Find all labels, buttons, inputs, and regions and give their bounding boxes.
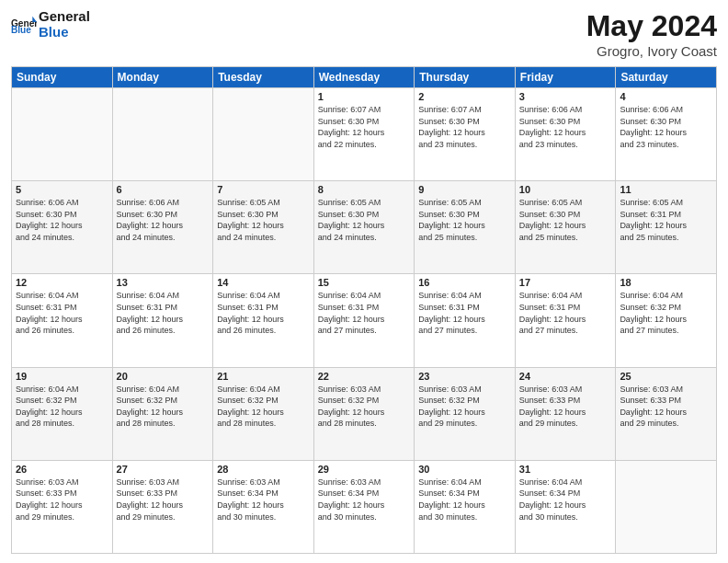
calendar-cell: 21Sunrise: 6:04 AM Sunset: 6:32 PM Dayli…	[213, 367, 314, 460]
calendar-cell: 2Sunrise: 6:07 AM Sunset: 6:30 PM Daylig…	[415, 88, 516, 181]
day-number: 5	[16, 184, 108, 195]
day-info: Sunrise: 6:03 AM Sunset: 6:32 PM Dayligh…	[418, 384, 511, 430]
day-number: 4	[620, 91, 712, 102]
calendar-cell: 3Sunrise: 6:06 AM Sunset: 6:30 PM Daylig…	[515, 88, 616, 181]
day-info: Sunrise: 6:07 AM Sunset: 6:30 PM Dayligh…	[318, 104, 411, 150]
day-info: Sunrise: 6:03 AM Sunset: 6:33 PM Dayligh…	[519, 384, 612, 430]
day-number: 28	[217, 464, 310, 475]
calendar-cell: 18Sunrise: 6:04 AM Sunset: 6:32 PM Dayli…	[616, 274, 717, 367]
day-number: 20	[117, 371, 210, 382]
logo: General Blue General Blue	[11, 9, 90, 40]
day-number: 23	[418, 371, 511, 382]
calendar-cell: 20Sunrise: 6:04 AM Sunset: 6:32 PM Dayli…	[112, 367, 213, 460]
calendar-cell: 15Sunrise: 6:04 AM Sunset: 6:31 PM Dayli…	[313, 274, 415, 367]
calendar-week-1: 1Sunrise: 6:07 AM Sunset: 6:30 PM Daylig…	[12, 88, 717, 181]
main-title: May 2024	[586, 9, 717, 43]
calendar-cell: 5Sunrise: 6:06 AM Sunset: 6:30 PM Daylig…	[12, 181, 113, 274]
calendar-cell: 1Sunrise: 6:07 AM Sunset: 6:30 PM Daylig…	[313, 88, 415, 181]
day-number: 9	[418, 184, 511, 195]
day-info: Sunrise: 6:03 AM Sunset: 6:32 PM Dayligh…	[318, 384, 411, 430]
calendar-cell: 14Sunrise: 6:04 AM Sunset: 6:31 PM Dayli…	[213, 274, 314, 367]
day-number: 26	[16, 464, 108, 475]
day-info: Sunrise: 6:03 AM Sunset: 6:33 PM Dayligh…	[620, 384, 712, 430]
day-number: 18	[620, 277, 712, 288]
day-number: 30	[418, 464, 511, 475]
calendar-week-4: 19Sunrise: 6:04 AM Sunset: 6:32 PM Dayli…	[12, 367, 717, 460]
calendar-cell	[616, 460, 717, 553]
day-number: 22	[318, 371, 411, 382]
day-number: 25	[620, 371, 712, 382]
calendar-cell: 12Sunrise: 6:04 AM Sunset: 6:31 PM Dayli…	[12, 274, 113, 367]
calendar-cell: 26Sunrise: 6:03 AM Sunset: 6:33 PM Dayli…	[12, 460, 113, 553]
calendar-cell: 19Sunrise: 6:04 AM Sunset: 6:32 PM Dayli…	[12, 367, 113, 460]
day-info: Sunrise: 6:05 AM Sunset: 6:30 PM Dayligh…	[519, 197, 612, 243]
calendar-cell: 16Sunrise: 6:04 AM Sunset: 6:31 PM Dayli…	[415, 274, 516, 367]
day-number: 6	[117, 184, 210, 195]
day-info: Sunrise: 6:03 AM Sunset: 6:34 PM Dayligh…	[318, 477, 411, 523]
day-number: 29	[318, 464, 411, 475]
day-info: Sunrise: 6:04 AM Sunset: 6:32 PM Dayligh…	[217, 384, 310, 430]
calendar-week-3: 12Sunrise: 6:04 AM Sunset: 6:31 PM Dayli…	[12, 274, 717, 367]
day-info: Sunrise: 6:05 AM Sunset: 6:30 PM Dayligh…	[418, 197, 511, 243]
day-number: 8	[318, 184, 411, 195]
day-number: 3	[519, 91, 612, 102]
day-info: Sunrise: 6:04 AM Sunset: 6:34 PM Dayligh…	[418, 477, 511, 523]
header-saturday: Saturday	[616, 67, 717, 88]
calendar-cell: 6Sunrise: 6:06 AM Sunset: 6:30 PM Daylig…	[112, 181, 213, 274]
page: General Blue General Blue May 2024 Grogr…	[0, 0, 728, 563]
day-number: 14	[217, 277, 310, 288]
day-info: Sunrise: 6:05 AM Sunset: 6:30 PM Dayligh…	[318, 197, 411, 243]
calendar-week-2: 5Sunrise: 6:06 AM Sunset: 6:30 PM Daylig…	[12, 181, 717, 274]
header-monday: Monday	[112, 67, 213, 88]
day-number: 19	[16, 371, 108, 382]
header-friday: Friday	[515, 67, 616, 88]
day-info: Sunrise: 6:05 AM Sunset: 6:31 PM Dayligh…	[620, 197, 712, 243]
day-info: Sunrise: 6:04 AM Sunset: 6:31 PM Dayligh…	[519, 290, 612, 336]
day-number: 11	[620, 184, 712, 195]
day-info: Sunrise: 6:04 AM Sunset: 6:31 PM Dayligh…	[217, 290, 310, 336]
header-tuesday: Tuesday	[213, 67, 314, 88]
day-info: Sunrise: 6:03 AM Sunset: 6:33 PM Dayligh…	[16, 477, 108, 523]
calendar-cell: 13Sunrise: 6:04 AM Sunset: 6:31 PM Dayli…	[112, 274, 213, 367]
calendar-week-5: 26Sunrise: 6:03 AM Sunset: 6:33 PM Dayli…	[12, 460, 717, 553]
logo-blue: Blue	[39, 25, 90, 40]
day-info: Sunrise: 6:04 AM Sunset: 6:31 PM Dayligh…	[418, 290, 511, 336]
day-info: Sunrise: 6:03 AM Sunset: 6:33 PM Dayligh…	[117, 477, 210, 523]
day-number: 7	[217, 184, 310, 195]
day-number: 27	[117, 464, 210, 475]
day-number: 13	[117, 277, 210, 288]
day-info: Sunrise: 6:04 AM Sunset: 6:32 PM Dayligh…	[16, 384, 108, 430]
calendar-cell: 9Sunrise: 6:05 AM Sunset: 6:30 PM Daylig…	[415, 181, 516, 274]
day-number: 12	[16, 277, 108, 288]
calendar-cell: 8Sunrise: 6:05 AM Sunset: 6:30 PM Daylig…	[313, 181, 415, 274]
title-block: May 2024 Grogro, Ivory Coast	[586, 9, 717, 59]
day-info: Sunrise: 6:04 AM Sunset: 6:31 PM Dayligh…	[16, 290, 108, 336]
calendar-cell: 23Sunrise: 6:03 AM Sunset: 6:32 PM Dayli…	[415, 367, 516, 460]
calendar-cell: 11Sunrise: 6:05 AM Sunset: 6:31 PM Dayli…	[616, 181, 717, 274]
calendar-table: Sunday Monday Tuesday Wednesday Thursday…	[11, 66, 717, 554]
header: General Blue General Blue May 2024 Grogr…	[11, 9, 717, 59]
calendar-cell: 10Sunrise: 6:05 AM Sunset: 6:30 PM Dayli…	[515, 181, 616, 274]
day-number: 16	[418, 277, 511, 288]
day-number: 31	[519, 464, 612, 475]
calendar-cell: 28Sunrise: 6:03 AM Sunset: 6:34 PM Dayli…	[213, 460, 314, 553]
day-number: 10	[519, 184, 612, 195]
header-thursday: Thursday	[415, 67, 516, 88]
calendar-cell: 7Sunrise: 6:05 AM Sunset: 6:30 PM Daylig…	[213, 181, 314, 274]
calendar-cell: 27Sunrise: 6:03 AM Sunset: 6:33 PM Dayli…	[112, 460, 213, 553]
day-info: Sunrise: 6:06 AM Sunset: 6:30 PM Dayligh…	[519, 104, 612, 150]
day-info: Sunrise: 6:04 AM Sunset: 6:31 PM Dayligh…	[318, 290, 411, 336]
day-info: Sunrise: 6:04 AM Sunset: 6:31 PM Dayligh…	[117, 290, 210, 336]
calendar-cell: 25Sunrise: 6:03 AM Sunset: 6:33 PM Dayli…	[616, 367, 717, 460]
day-info: Sunrise: 6:04 AM Sunset: 6:32 PM Dayligh…	[620, 290, 712, 336]
day-info: Sunrise: 6:06 AM Sunset: 6:30 PM Dayligh…	[117, 197, 210, 243]
calendar-header-row: Sunday Monday Tuesday Wednesday Thursday…	[12, 67, 717, 88]
day-number: 1	[318, 91, 411, 102]
day-info: Sunrise: 6:06 AM Sunset: 6:30 PM Dayligh…	[16, 197, 108, 243]
calendar-cell	[112, 88, 213, 181]
day-info: Sunrise: 6:04 AM Sunset: 6:32 PM Dayligh…	[117, 384, 210, 430]
calendar-cell: 22Sunrise: 6:03 AM Sunset: 6:32 PM Dayli…	[313, 367, 415, 460]
day-info: Sunrise: 6:05 AM Sunset: 6:30 PM Dayligh…	[217, 197, 310, 243]
day-info: Sunrise: 6:03 AM Sunset: 6:34 PM Dayligh…	[217, 477, 310, 523]
calendar-cell	[12, 88, 113, 181]
